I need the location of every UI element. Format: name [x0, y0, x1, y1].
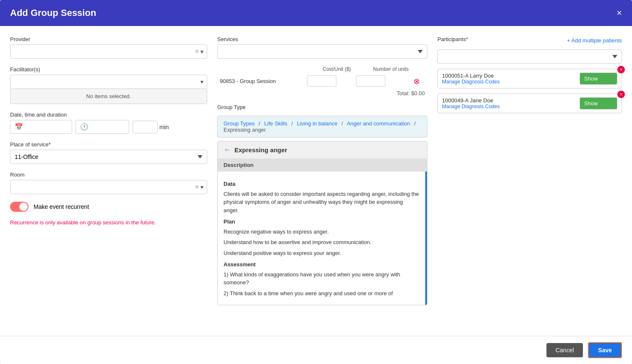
- participants-select[interactable]: [437, 49, 622, 64]
- place-of-service-field: Place of service* 11-Office: [10, 141, 207, 164]
- time-input[interactable]: 09:00 AM: [91, 124, 125, 130]
- services-field: Services: [217, 36, 427, 59]
- modal-header: Add Group Session ×: [0, 0, 632, 26]
- num-units-header: Number of units: [354, 65, 411, 74]
- add-group-session-modal: Add Group Session × Provider Deveza, Gar…: [0, 0, 632, 364]
- assessment-text-2: 2) Think back to a time when you were an…: [224, 289, 419, 298]
- participant-1-diagnosis-link[interactable]: Manage Diagnosis Codes: [442, 79, 499, 85]
- data-section-text: Clients will be asked to consider import…: [224, 190, 419, 215]
- units-cell: 1: [354, 74, 411, 88]
- duration-field: 60 min: [133, 121, 169, 133]
- room-chevron-icon: ▾: [200, 184, 203, 190]
- recurrence-note: Recurrence is only available on group se…: [10, 219, 207, 226]
- plan-text-1: Recognize negative ways to express anger…: [224, 228, 419, 236]
- breadcrumb-living-in-balance[interactable]: Living in balance: [297, 120, 338, 127]
- save-button[interactable]: Save: [588, 342, 622, 358]
- participant-1-name: 1000051-A Larry Doe: [442, 73, 499, 79]
- participants-header: Participants* + Add multiple patients: [437, 36, 622, 44]
- service-code-cell: 90853 - Group Session: [217, 74, 304, 88]
- calendar-icon: 📅: [15, 123, 23, 131]
- participant-1-show-wrapper: Show: [580, 73, 617, 85]
- participant-2-diagnosis-link[interactable]: Manage Diagnosis Codes: [442, 104, 499, 109]
- participant-1-item: × 1000051-A Larry Doe Manage Diagnosis C…: [437, 69, 622, 88]
- provider-chevron-icon: ▾: [200, 48, 203, 55]
- provider-select-wrapper[interactable]: Deveza, Garma × ▾: [10, 44, 207, 59]
- facilitators-field: Facilitator(s) ▾ No items selected.: [10, 66, 207, 104]
- date-time-label: Date, time and duration: [10, 112, 207, 118]
- breadcrumb-life-skills[interactable]: Life Skills: [264, 120, 287, 127]
- participants-label: Participants*: [437, 36, 468, 42]
- toggle-slider: [10, 202, 29, 212]
- provider-input[interactable]: Deveza, Garma: [14, 45, 195, 58]
- date-time-field: Date, time and duration 📅 03/31/2023 🕐 0…: [10, 112, 207, 134]
- clock-icon: 🕐: [80, 123, 88, 131]
- duration-unit-label: min: [159, 124, 169, 130]
- facilitators-chevron-icon: ▾: [200, 78, 203, 85]
- place-label: Place of service*: [10, 141, 207, 148]
- middle-column: Services Cost/Unit ($) Number of units: [217, 36, 427, 326]
- participant-2-item: × 1000049-A Jane Doe Manage Diagnosis Co…: [437, 94, 622, 113]
- cost-unit-header: Cost/Unit ($): [304, 65, 354, 74]
- date-picker[interactable]: 📅 03/31/2023: [10, 120, 72, 134]
- room-clear-icon[interactable]: ×: [195, 183, 199, 191]
- participant-1-show-select[interactable]: Show: [580, 73, 617, 85]
- services-select-wrapper: [217, 44, 427, 59]
- date-input[interactable]: 03/31/2023: [26, 124, 68, 130]
- remove-cell: ⊗: [411, 74, 427, 88]
- group-type-label: Group Type: [217, 104, 427, 110]
- remove-service-button[interactable]: ⊗: [414, 78, 420, 85]
- total-row: Total: $0.00: [217, 88, 427, 98]
- description-body: Data Clients will be asked to consider i…: [218, 172, 427, 305]
- plan-text-3: Understand positive ways to express your…: [224, 249, 419, 257]
- modal-body: Provider Deveza, Garma × ▾ Facilitator(s…: [0, 26, 632, 336]
- services-select[interactable]: [217, 44, 427, 59]
- no-items-text: No items selected.: [10, 89, 207, 104]
- facilitators-label: Facilitator(s): [10, 66, 207, 73]
- data-section-label: Data: [224, 180, 419, 188]
- recurrent-label: Make event recurrent: [34, 203, 89, 210]
- cost-input[interactable]: 0: [307, 75, 336, 87]
- service-row: 90853 - Group Session 0 1 ⊗: [217, 74, 427, 88]
- room-field: Room Room 1 × ▾: [10, 172, 207, 194]
- units-input[interactable]: 1: [356, 75, 385, 87]
- room-input[interactable]: Room 1: [14, 180, 195, 194]
- room-label: Room: [10, 172, 207, 178]
- room-select-wrapper[interactable]: Room 1 × ▾: [10, 180, 207, 194]
- service-name-header: [217, 65, 304, 74]
- participant-2-show-select[interactable]: Show: [580, 97, 617, 109]
- time-picker[interactable]: 🕐 09:00 AM: [75, 120, 129, 134]
- remove-header: [411, 65, 427, 74]
- modal-footer: Cancel Save: [0, 336, 632, 364]
- group-type-section: Group Type Group Types / Life Skills / L…: [217, 104, 427, 305]
- provider-clear-icon[interactable]: ×: [195, 48, 199, 55]
- back-arrow-icon[interactable]: ←: [224, 146, 231, 154]
- total-cell: Total: $0.00: [217, 88, 427, 98]
- add-multiple-patients-link[interactable]: + Add multiple patients: [567, 37, 622, 44]
- modal-title: Add Group Session: [10, 8, 96, 18]
- participant-2-remove-button[interactable]: ×: [617, 91, 625, 98]
- provider-field: Provider Deveza, Garma × ▾: [10, 36, 207, 59]
- left-column: Provider Deveza, Garma × ▾ Facilitator(s…: [10, 36, 207, 326]
- provider-label: Provider: [10, 36, 207, 42]
- breadcrumb-group-types[interactable]: Group Types: [224, 120, 255, 127]
- place-select[interactable]: 11-Office: [10, 150, 207, 164]
- right-column: Participants* + Add multiple patients × …: [437, 36, 622, 326]
- breadcrumb-anger[interactable]: Anger and communication: [347, 120, 410, 127]
- cancel-button[interactable]: Cancel: [546, 343, 583, 357]
- facilitators-input[interactable]: [14, 75, 200, 88]
- recurrent-toggle[interactable]: [10, 202, 29, 212]
- breadcrumb: Group Types / Life Skills / Living in ba…: [217, 116, 427, 138]
- group-detail-title: Expressing anger: [234, 146, 287, 153]
- group-detail: ← Expressing anger Description Data Clie…: [217, 141, 427, 305]
- facilitators-select-wrapper[interactable]: ▾: [10, 75, 207, 89]
- plan-text-2: Understand how to be assertive and impro…: [224, 238, 419, 247]
- duration-input[interactable]: 60: [133, 121, 158, 133]
- close-button[interactable]: ×: [616, 8, 622, 18]
- participant-2-info: 1000049-A Jane Doe Manage Diagnosis Code…: [442, 97, 499, 109]
- place-select-wrapper: 11-Office: [10, 150, 207, 164]
- assessment-text-1: 1) What kinds of exaggerations have you …: [224, 270, 419, 287]
- plan-section-label: Plan: [224, 218, 419, 226]
- participant-1-remove-button[interactable]: ×: [617, 66, 625, 73]
- cost-cell: 0: [304, 74, 354, 88]
- assessment-section-label: Assessment: [224, 260, 419, 269]
